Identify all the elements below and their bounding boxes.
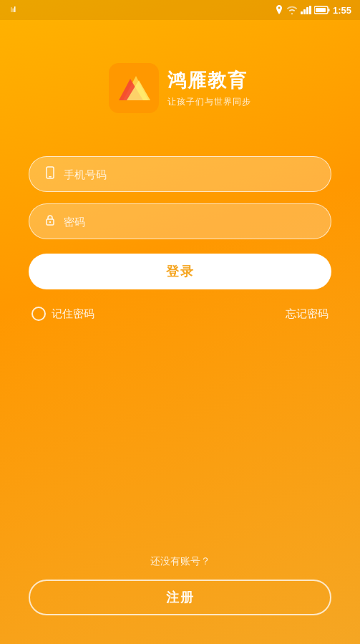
svg-rect-5: [306, 7, 308, 14]
status-bar-right: 1:55: [275, 5, 351, 16]
phone-input[interactable]: [64, 168, 316, 181]
remember-label: 记住密码: [52, 307, 94, 321]
svg-rect-4: [303, 9, 306, 14]
svg-rect-3: [301, 11, 303, 14]
main-container: 鸿雁教育 让孩子们与世界同步: [0, 20, 360, 644]
battery-icon: [314, 6, 330, 14]
remember-checkbox[interactable]: [31, 307, 46, 321]
notification-icons: [9, 6, 20, 14]
no-account-text: 还没有账号？: [150, 555, 210, 568]
svg-rect-0: [11, 7, 12, 12]
login-button[interactable]: 登录: [29, 254, 331, 289]
logo-text-block: 鸿雁教育 让孩子们与世界同步: [167, 68, 251, 108]
svg-rect-6: [309, 6, 311, 14]
remember-password-toggle[interactable]: 记住密码: [31, 307, 94, 321]
phone-icon: [44, 166, 57, 183]
forgot-password-link[interactable]: 忘记密码: [286, 307, 329, 321]
time-display: 1:55: [333, 5, 351, 16]
lock-svg-icon: [44, 213, 57, 226]
svg-rect-1: [13, 9, 14, 13]
phone-svg-icon: [44, 166, 57, 179]
logo-section: 鸿雁教育 让孩子们与世界同步: [109, 63, 251, 113]
svg-rect-9: [328, 9, 329, 11]
location-icon: [275, 5, 283, 15]
app-title: 鸿雁教育: [167, 68, 251, 93]
register-button[interactable]: 注册: [29, 580, 331, 615]
phone-input-wrapper: [29, 156, 331, 192]
wifi-icon: [286, 6, 298, 14]
svg-rect-15: [49, 176, 52, 178]
svg-rect-8: [316, 8, 326, 12]
svg-rect-2: [14, 6, 16, 12]
lock-icon: [44, 213, 57, 230]
svg-point-17: [49, 221, 51, 222]
remember-row: 记住密码 忘记密码: [29, 307, 331, 321]
password-input[interactable]: [64, 216, 316, 228]
bottom-section: 还没有账号？ 注册: [0, 555, 360, 615]
logo-image: [109, 63, 159, 113]
app-logo-svg: [109, 63, 159, 113]
app-subtitle: 让孩子们与世界同步: [167, 96, 251, 108]
status-bar-left: [9, 6, 20, 14]
form-section: 登录 记住密码 忘记密码: [29, 156, 331, 321]
password-input-wrapper: [29, 203, 331, 239]
status-bar: 1:55: [0, 0, 360, 20]
signal-icon: [301, 6, 311, 14]
